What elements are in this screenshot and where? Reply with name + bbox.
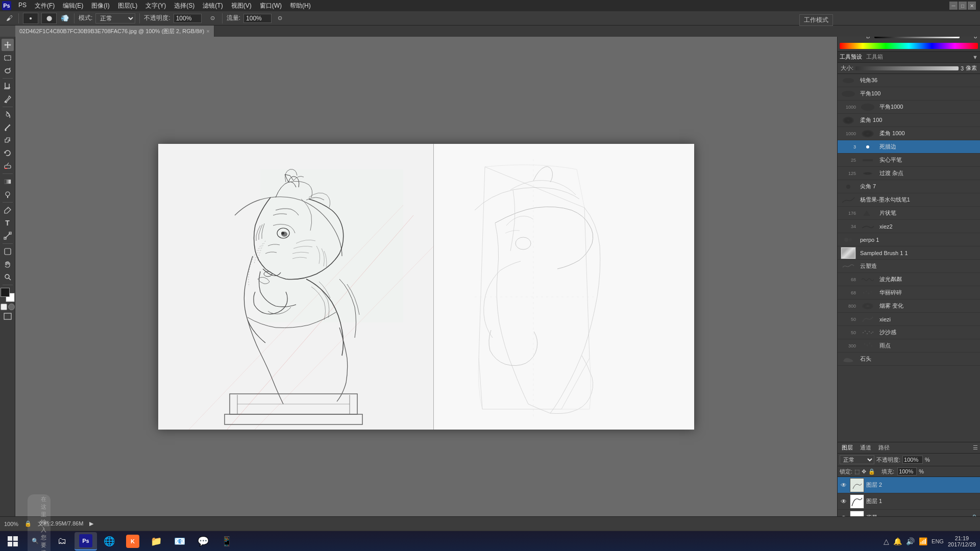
brush-item-yudian[interactable]: 300 雨点 xyxy=(838,339,980,353)
menu-select[interactable]: 选择(S) xyxy=(170,1,199,11)
taskbar-folder[interactable]: 📁 xyxy=(145,532,167,550)
taskbar-mobile[interactable]: 📱 xyxy=(215,532,238,550)
airbrush-icon[interactable]: 💨 xyxy=(60,13,70,23)
opacity-input[interactable] xyxy=(902,456,923,464)
menu-edit[interactable]: 编辑(E) xyxy=(59,1,87,11)
lock-pixel-icon[interactable]: ⬚ xyxy=(854,468,860,475)
start-button[interactable] xyxy=(0,531,26,552)
tool-shape[interactable] xyxy=(2,245,14,258)
brush-item-xiezi[interactable]: 50 xiezi xyxy=(838,313,980,326)
menu-window[interactable]: 窗口(W) xyxy=(256,1,286,11)
tool-lasso[interactable] xyxy=(2,64,14,77)
screen-mode[interactable] xyxy=(4,313,12,321)
brush-item-simiaob[interactable]: 3 死描边 xyxy=(838,140,980,154)
brush-item-yanwu[interactable]: 800 烟雾 变化 xyxy=(838,299,980,313)
blend-mode-select[interactable]: 正常 溶解 正片叠底 xyxy=(840,455,874,464)
tool-heal[interactable] xyxy=(2,109,14,121)
brush-item-rou1000[interactable]: 1000 柔角 1000 xyxy=(838,127,980,140)
canvas-area[interactable] xyxy=(15,37,837,537)
flow-input[interactable] xyxy=(243,14,272,23)
brush-item-shixin[interactable]: 25 实心平笔 xyxy=(838,154,980,167)
layers-options-icon[interactable]: ☰ xyxy=(973,444,978,451)
standard-mode[interactable] xyxy=(1,304,7,310)
layer-eye-1[interactable]: 👁 xyxy=(840,497,848,506)
brush-item-rou100[interactable]: 柔角 100 xyxy=(838,114,980,127)
brush-item-shitou[interactable]: 石头 xyxy=(838,353,980,366)
tray-volume-icon[interactable]: 🔊 xyxy=(906,537,915,545)
brush-item-perpo1[interactable]: perpo 1 xyxy=(838,233,980,246)
tab-channels[interactable]: 通道 xyxy=(858,443,873,453)
maximize-button[interactable]: □ xyxy=(959,2,967,10)
menu-layer[interactable]: 图层(L) xyxy=(114,1,142,11)
tool-dodge[interactable] xyxy=(2,188,14,201)
menu-view[interactable]: 视图(V) xyxy=(227,1,256,11)
lang-indicator[interactable]: ENG xyxy=(932,538,944,544)
tab-layers[interactable]: 图层 xyxy=(840,443,855,453)
tool-path-select[interactable] xyxy=(2,230,14,242)
document-tab[interactable]: 02D462F1C4C80B7FC30B9B3E708FAC76.jpg @ 1… xyxy=(15,26,214,37)
tray-notify-icon[interactable]: △ xyxy=(884,537,889,545)
tool-history-brush[interactable] xyxy=(2,147,14,159)
brush-tool-icon[interactable]: 🖌 xyxy=(4,13,14,23)
taskbar-search[interactable]: 🔍 在这里输入您要搜索的内容 xyxy=(28,532,50,550)
lock-pos-icon[interactable]: ✥ xyxy=(862,468,866,475)
tool-move[interactable] xyxy=(2,39,14,51)
brush-item-jianjiao7[interactable]: 尖角 7 xyxy=(838,180,980,193)
layer-item-1[interactable]: 👁 图层 1 xyxy=(838,493,980,510)
taskbar-app4[interactable]: K xyxy=(121,532,144,550)
tool-brush[interactable] xyxy=(2,121,14,134)
status-arrow-icon[interactable]: ▶ xyxy=(89,520,93,527)
brush-preset-picker[interactable]: ● xyxy=(23,13,38,24)
fill-input[interactable] xyxy=(897,467,917,475)
brush-item-guodu[interactable]: 125 过渡 杂点 xyxy=(838,167,980,180)
brush-item-huali[interactable]: 68 华丽碎碎 xyxy=(838,286,980,299)
brush-item-sampled[interactable]: Sampled Brush 1 1 xyxy=(838,246,980,260)
tray-network-icon[interactable]: 📶 xyxy=(919,537,927,545)
layer-item-2[interactable]: 👁 图层 2 xyxy=(838,477,980,493)
opacity-toggle[interactable]: ⊙ xyxy=(208,13,218,23)
brush-item-pingjiao1000[interactable]: 1000 平角1000 xyxy=(838,101,980,114)
minimize-button[interactable]: ─ xyxy=(949,2,958,10)
color-spectrum[interactable] xyxy=(840,43,978,49)
lock-all-icon[interactable]: 🔒 xyxy=(868,468,875,475)
taskbar-chrome[interactable]: 🌐 xyxy=(98,532,120,550)
tool-crop[interactable] xyxy=(2,80,14,92)
flow-toggle[interactable]: ⊙ xyxy=(275,13,285,23)
brush-size-icon[interactable]: ⬤ xyxy=(41,13,57,24)
menu-image[interactable]: 图像(I) xyxy=(87,1,113,11)
menu-file[interactable]: 文件(F) xyxy=(31,1,59,11)
tool-gradient[interactable] xyxy=(2,176,14,188)
taskbar-photoshop[interactable]: Ps xyxy=(75,532,97,550)
mode-select[interactable]: 正常 溶解 正片叠底 xyxy=(95,13,135,23)
workmode-button[interactable]: 工作模式 xyxy=(799,14,833,26)
brush-item-xiez2[interactable]: 34 xiez2 xyxy=(838,220,980,233)
brush-item-dunjiao36[interactable]: 钝角36 xyxy=(838,74,980,87)
fg-bg-colors[interactable] xyxy=(1,288,15,302)
tray-bell-icon[interactable]: 🔔 xyxy=(893,537,902,545)
tool-clone[interactable] xyxy=(2,134,14,146)
tool-zoom[interactable] xyxy=(2,271,14,283)
taskbar-file-explorer[interactable]: 🗂 xyxy=(51,532,74,550)
quick-mask-mode[interactable] xyxy=(8,304,15,310)
menu-help[interactable]: 帮助(H) xyxy=(286,1,315,11)
menu-type[interactable]: 文字(Y) xyxy=(141,1,170,11)
menu-filter[interactable]: 滤镜(T) xyxy=(199,1,227,11)
brush-item-bolang[interactable]: 68 波光粼粼 xyxy=(838,273,980,286)
taskbar-wechat[interactable]: 💬 xyxy=(192,532,214,550)
tool-pen[interactable] xyxy=(2,204,14,216)
taskbar-email[interactable]: 📧 xyxy=(168,532,191,550)
doc-tab-close[interactable]: × xyxy=(206,28,209,34)
menu-ps[interactable]: PS xyxy=(14,1,31,11)
brush-item-yunsu[interactable]: 云塑造 xyxy=(838,260,980,273)
brush-item-pianzhuang[interactable]: 176 片状笔 xyxy=(838,207,980,220)
tab-brush-presets[interactable]: 工具箱 xyxy=(866,53,883,61)
tool-eraser[interactable] xyxy=(2,160,14,172)
brush-item-yanxueguo[interactable]: 杨雪果-墨水勾线笔1 xyxy=(838,193,980,207)
tool-text[interactable]: T xyxy=(2,217,14,229)
brush-item-pingjiao100[interactable]: 平角100 xyxy=(838,87,980,101)
brush-item-shasha[interactable]: 50 沙沙感 xyxy=(838,326,980,339)
layer-eye-2[interactable]: 👁 xyxy=(840,481,848,489)
close-button[interactable]: ✕ xyxy=(968,2,976,10)
tab-paths[interactable]: 路径 xyxy=(876,443,892,453)
tab-tool-presets[interactable]: 工具预设 xyxy=(840,53,862,61)
